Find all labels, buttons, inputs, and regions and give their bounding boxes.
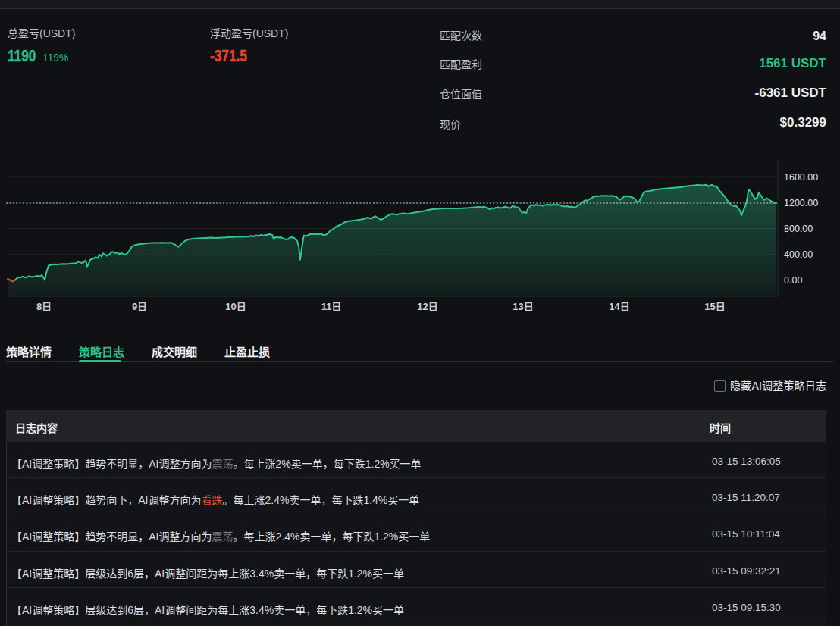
svg-text:15日: 15日 (704, 301, 725, 312)
svg-text:10日: 10日 (225, 301, 246, 312)
svg-text:1200.00: 1200.00 (784, 198, 818, 208)
svg-text:1600.00: 1600.00 (784, 172, 818, 183)
svg-text:400.00: 400.00 (784, 249, 813, 260)
svg-text:800.00: 800.00 (784, 224, 813, 234)
svg-text:12日: 12日 (417, 301, 437, 312)
svg-text:14日: 14日 (609, 301, 629, 312)
svg-text:11日: 11日 (321, 301, 342, 312)
svg-text:8日: 8日 (36, 301, 52, 312)
svg-text:9日: 9日 (132, 301, 147, 312)
svg-text:13日: 13日 (512, 301, 533, 312)
svg-text:0.00: 0.00 (784, 275, 802, 286)
